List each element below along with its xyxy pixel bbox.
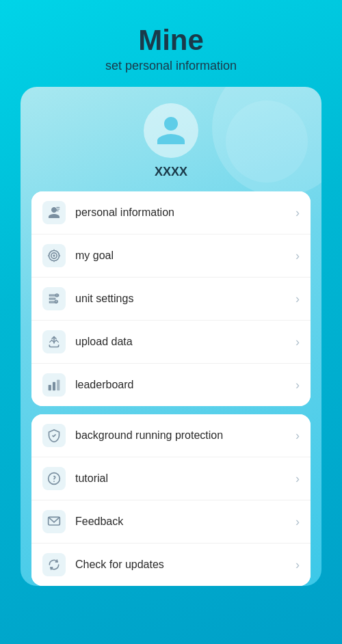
feedback-chevron: › <box>295 515 300 529</box>
page-title: Mine <box>105 25 237 56</box>
unit-settings-chevron: › <box>295 292 300 306</box>
avatar-icon <box>154 113 188 148</box>
menu-section-1: personal information › my goal › unit se… <box>31 191 311 406</box>
svg-rect-8 <box>49 385 51 390</box>
page-header: Mine set personal information <box>105 0 237 73</box>
svg-rect-0 <box>56 207 60 208</box>
menu-item-unit-settings[interactable]: unit settings › <box>31 278 311 321</box>
background-running-icon <box>42 424 66 447</box>
personal-information-icon <box>42 201 66 224</box>
leaderboard-icon <box>42 373 66 397</box>
menu-item-leaderboard[interactable]: leaderboard › <box>31 364 311 406</box>
personal-information-label: personal information <box>75 206 295 219</box>
menu-item-check-for-updates[interactable]: Check for updates › <box>31 544 311 586</box>
tutorial-label: tutorial <box>75 472 295 485</box>
menu-item-personal-information[interactable]: personal information › <box>31 191 311 234</box>
personal-information-chevron: › <box>295 206 300 220</box>
svg-rect-10 <box>57 380 60 391</box>
menu-item-upload-data[interactable]: upload data › <box>31 321 311 364</box>
check-for-updates-icon <box>42 553 66 576</box>
background-running-chevron: › <box>295 429 300 443</box>
my-goal-chevron: › <box>295 249 300 263</box>
tutorial-icon <box>42 467 66 490</box>
my-goal-label: my goal <box>75 250 295 262</box>
svg-point-5 <box>53 255 55 257</box>
feedback-label: Feedback <box>75 515 295 528</box>
upload-data-label: upload data <box>75 336 295 348</box>
check-for-updates-label: Check for updates <box>75 559 295 571</box>
check-for-updates-chevron: › <box>295 558 300 572</box>
leaderboard-chevron: › <box>295 378 300 392</box>
unit-settings-icon <box>42 287 66 310</box>
menu-item-background-running[interactable]: background running protection › <box>31 414 311 457</box>
svg-rect-2 <box>56 211 58 211</box>
username: XXXX <box>155 165 187 179</box>
profile-card: XXXX personal information › my goal › un… <box>21 87 321 586</box>
menu-item-feedback[interactable]: Feedback › <box>31 500 311 544</box>
unit-settings-label: unit settings <box>75 293 295 305</box>
upload-data-chevron: › <box>295 335 300 349</box>
svg-rect-1 <box>56 209 60 209</box>
svg-point-6 <box>55 294 58 297</box>
tutorial-chevron: › <box>295 472 300 486</box>
svg-rect-9 <box>53 382 55 391</box>
background-running-label: background running protection <box>75 429 295 442</box>
menu-item-my-goal[interactable]: my goal › <box>31 234 311 278</box>
svg-point-12 <box>53 481 55 483</box>
feedback-icon <box>42 510 66 533</box>
my-goal-icon <box>42 244 66 267</box>
page-subtitle: set personal information <box>105 59 237 73</box>
menu-item-tutorial[interactable]: tutorial › <box>31 457 311 500</box>
menu-section-2: background running protection › tutorial… <box>31 414 311 586</box>
leaderboard-label: leaderboard <box>75 379 295 391</box>
upload-data-icon <box>42 330 66 353</box>
avatar[interactable] <box>144 103 198 158</box>
